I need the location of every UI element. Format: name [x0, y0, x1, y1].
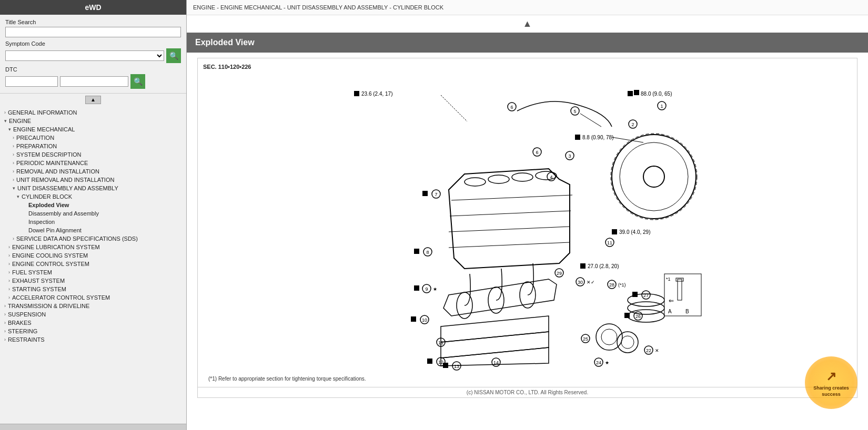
nav-label-11: Exploded View: [28, 202, 69, 208]
svg-rect-1: [354, 91, 359, 96]
svg-text:5: 5: [573, 109, 576, 114]
svg-text:27.0 (2.8, 20): 27.0 (2.8, 20): [588, 263, 619, 269]
nav-label-14: Dowel Pin Alignment: [28, 227, 82, 233]
watermark-text: Sharing creates success: [810, 385, 852, 397]
nav-item-11[interactable]: Exploded View: [0, 201, 186, 209]
nav-label-7: REMOVAL AND INSTALLATION: [16, 168, 99, 175]
nav-item-4[interactable]: ›PREPARATION: [0, 142, 186, 150]
search-button[interactable]: 🔍: [166, 48, 181, 63]
nav-item-0[interactable]: ›GENERAL INFORMATION: [0, 108, 186, 117]
nav-label-8: UNIT REMOVAL AND INSTALLATION: [16, 177, 114, 183]
nav-item-24[interactable]: ›SUSPENSION: [0, 310, 186, 319]
svg-text:(*1): (*1): [618, 282, 626, 288]
nav-item-13[interactable]: Inspection: [0, 218, 186, 226]
nav-label-15: SERVICE DATA AND SPECIFICATIONS (SDS): [16, 236, 138, 242]
svg-text:★: ★: [433, 286, 437, 292]
nav-tree: ›GENERAL INFORMATION▾ENGINE▾ENGINE MECHA…: [0, 106, 186, 424]
nav-item-23[interactable]: ›TRANSMISSION & DRIVELINE: [0, 302, 186, 310]
app-title: eWD: [0, 0, 186, 15]
nav-label-23: TRANSMISSION & DRIVELINE: [8, 303, 89, 309]
nav-label-26: STEERING: [8, 328, 37, 334]
svg-text:29: 29: [556, 271, 561, 276]
svg-text:39.0 (4.0, 29): 39.0 (4.0, 29): [619, 229, 650, 235]
title-search-input[interactable]: [5, 27, 181, 37]
nav-item-27[interactable]: ›RESTRAINTS: [0, 335, 186, 344]
nav-arrow-24: ›: [4, 312, 6, 317]
collapse-search-button[interactable]: ▲: [85, 96, 101, 104]
copyright-text: (c) NISSAN MOTOR CO., LTD. All Rights Re…: [198, 387, 857, 397]
nav-item-21[interactable]: ›STARTING SYSTEM: [0, 285, 186, 293]
svg-text:25: 25: [582, 336, 588, 342]
nav-item-10[interactable]: ▾CYLINDER BLOCK: [0, 192, 186, 201]
watermark: ↗ Sharing creates success: [805, 356, 857, 409]
dtc-input-1[interactable]: [5, 76, 58, 87]
nav-label-18: ENGINE CONTROL SYSTEM: [12, 261, 89, 267]
nav-item-9[interactable]: ▾UNIT DISASSEMBLY AND ASSEMBLY: [0, 184, 186, 192]
svg-text:⇐: ⇐: [669, 297, 674, 304]
svg-text:9: 9: [425, 286, 428, 292]
nav-item-15[interactable]: ›SERVICE DATA AND SPECIFICATIONS (SDS): [0, 234, 186, 243]
nav-item-19[interactable]: ›FUEL SYSTEM: [0, 268, 186, 277]
section-title: Exploded View: [187, 33, 868, 53]
nav-item-20[interactable]: ›EXHAUST SYSTEM: [0, 277, 186, 285]
nav-item-14[interactable]: Dowel Pin Alignment: [0, 226, 186, 234]
scroll-up-button[interactable]: ▲: [523, 18, 532, 29]
nav-label-27: RESTRAINTS: [8, 336, 45, 343]
nav-label-21: STARTING SYSTEM: [12, 286, 66, 292]
nav-label-9: UNIT DISASSEMBLY AND ASSEMBLY: [17, 185, 118, 191]
nav-item-8[interactable]: ›UNIT REMOVAL AND INSTALLATION: [0, 176, 186, 184]
main-content: ENGINE - ENGINE MECHANICAL - UNIT DISASS…: [187, 0, 868, 430]
svg-rect-35: [414, 285, 419, 291]
nav-item-16[interactable]: ›ENGINE LUBRICATION SYSTEM: [0, 243, 186, 251]
svg-rect-10: [580, 263, 586, 269]
svg-text:88.0 (9.0, 65): 88.0 (9.0, 65): [641, 91, 672, 97]
nav-item-7[interactable]: ›REMOVAL AND INSTALLATION: [0, 167, 186, 176]
nav-item-1[interactable]: ▾ENGINE: [0, 117, 186, 125]
nav-item-22[interactable]: ›ACCELERATOR CONTROL SYSTEM: [0, 293, 186, 302]
svg-text:1: 1: [660, 104, 663, 109]
nav-item-26[interactable]: ›STEERING: [0, 327, 186, 335]
svg-rect-38: [411, 316, 416, 322]
nav-item-25[interactable]: ›BRAKES: [0, 319, 186, 327]
nav-arrow-23: ›: [4, 303, 6, 309]
svg-rect-31: [414, 249, 419, 254]
nav-label-16: ENGINE LUBRICATION SYSTEM: [12, 244, 100, 250]
nav-label-2: ENGINE MECHANICAL: [13, 126, 75, 132]
nav-label-1: ENGINE: [9, 118, 31, 124]
nav-label-17: ENGINE COOLING SYSTEM: [12, 252, 88, 259]
svg-text:30: 30: [577, 280, 582, 285]
svg-text:10: 10: [421, 318, 427, 323]
svg-text:*1: *1: [666, 277, 671, 282]
symptom-code-label: Symptom Code: [5, 40, 181, 47]
exploded-view-diagram: 23.6 (2.4, 17) 88.0 (9.0, 65) 8.8 (0.90,…: [349, 74, 706, 374]
dtc-input-2[interactable]: [60, 76, 128, 87]
nav-label-6: PERIODIC MAINTENANCE: [16, 160, 88, 166]
nav-arrow-22: ›: [8, 295, 10, 300]
svg-text:2: 2: [631, 122, 634, 127]
nav-label-5: SYSTEM DESCRIPTION: [16, 151, 81, 158]
svg-text:13: 13: [453, 364, 459, 369]
svg-text:8.8 (0.90, 78): 8.8 (0.90, 78): [582, 135, 613, 140]
svg-text:11: 11: [607, 240, 612, 245]
nav-arrow-10: ▾: [17, 194, 19, 199]
nav-item-6[interactable]: ›PERIODIC MAINTENANCE: [0, 159, 186, 167]
nav-arrow-15: ›: [13, 236, 14, 241]
nav-label-19: FUEL SYSTEM: [12, 269, 52, 275]
watermark-arrow-icon: ↗: [826, 368, 836, 384]
search-icon-2: 🔍: [134, 77, 143, 86]
search-area: Title Search Symptom Code 🔍 DTC 🔍: [0, 15, 186, 94]
nav-item-5[interactable]: ›SYSTEM DESCRIPTION: [0, 150, 186, 159]
svg-rect-4: [634, 90, 639, 95]
nav-item-12[interactable]: Disassembly and Assembly: [0, 209, 186, 218]
nav-item-18[interactable]: ›ENGINE CONTROL SYSTEM: [0, 260, 186, 268]
nav-arrow-9: ▾: [13, 186, 15, 191]
nav-arrow-3: ›: [13, 135, 14, 140]
nav-item-17[interactable]: ›ENGINE COOLING SYSTEM: [0, 251, 186, 260]
dtc-search-button[interactable]: 🔍: [130, 74, 145, 89]
horizontal-scrollbar[interactable]: [0, 424, 186, 430]
nav-item-2[interactable]: ▾ENGINE MECHANICAL: [0, 125, 186, 134]
content-body[interactable]: ▲ Exploded View SEC. 110•120•226 23.6 (2…: [187, 15, 868, 430]
nav-item-3[interactable]: ›PRECAUTION: [0, 134, 186, 142]
search-icon: 🔍: [169, 52, 178, 60]
symptom-code-select[interactable]: [5, 50, 164, 61]
